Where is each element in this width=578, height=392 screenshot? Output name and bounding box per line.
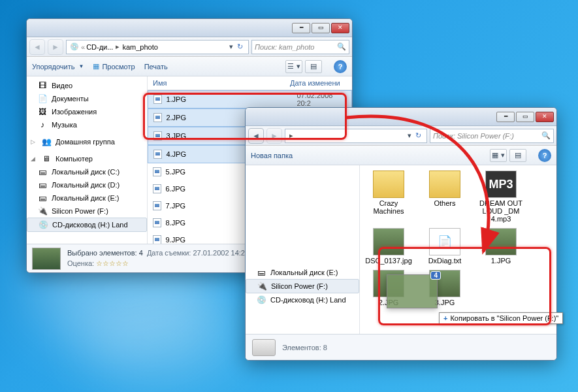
- file-date: 07.02.2008 20:2: [297, 91, 346, 107]
- minimize-button[interactable]: ━: [292, 23, 310, 33]
- drive-icon: 🖴: [256, 267, 266, 278]
- toolbar: Упорядочить▼ ▦Просмотр Печать ☰ ▾ ▤ ?: [27, 57, 352, 76]
- search-input[interactable]: Поиск: Silicon Power (F:) 🔍: [430, 129, 554, 143]
- file-icon: [153, 218, 161, 227]
- breadcrumb[interactable]: ▸ ▾ ↻: [285, 129, 427, 143]
- column-headers[interactable]: Имя Дата изменени: [148, 76, 352, 90]
- column-date[interactable]: Дата изменени: [290, 79, 340, 87]
- new-folder-button[interactable]: Новая папка: [251, 152, 293, 159]
- nav-computer[interactable]: ◢🖥Компьютер: [27, 152, 147, 165]
- titlebar[interactable]: ━ ▭ ✕: [27, 19, 352, 37]
- plus-icon: +: [443, 314, 447, 322]
- drive-icon: 🖴: [37, 180, 48, 190]
- document-icon: 📄: [37, 93, 48, 104]
- status-selected-count: Выбрано элементов: 4: [67, 249, 143, 257]
- grid-item[interactable]: Others: [421, 171, 468, 223]
- navigation-pane: 🖴Локальный диск (E:) 🔌Silicon Power (F:)…: [246, 165, 360, 334]
- grid-item[interactable]: MP3DREAM OUT LOUD _DM 4.mp3: [477, 171, 524, 223]
- file-name: 1.JPG: [166, 95, 293, 103]
- forward-button[interactable]: ►: [48, 39, 63, 55]
- folder-icon: [373, 171, 404, 198]
- organize-button[interactable]: Упорядочить▼: [32, 63, 84, 71]
- view-mode-button[interactable]: ☰ ▾: [285, 60, 302, 73]
- minimize-button[interactable]: ━: [496, 112, 515, 122]
- mp3-icon: MP3: [485, 171, 517, 198]
- close-button[interactable]: ✕: [331, 23, 349, 33]
- disc-icon: 💿: [69, 42, 80, 52]
- grid-item-label: DxDiag.txt: [421, 257, 468, 265]
- file-icon: [153, 113, 162, 122]
- forward-button[interactable]: ►: [266, 128, 282, 144]
- preview-pane-button[interactable]: ▤: [305, 60, 322, 73]
- back-button[interactable]: ◄: [248, 128, 264, 144]
- nav-drive-f[interactable]: 🔌Silicon Power (F:): [246, 279, 359, 293]
- close-button[interactable]: ✕: [536, 112, 554, 122]
- crumb-segment[interactable]: CD-ди...: [86, 43, 113, 51]
- view-mode-button[interactable]: ▦ ▾: [490, 149, 507, 162]
- file-icon: [153, 167, 161, 176]
- usb-icon: 🔌: [257, 281, 267, 291]
- print-button[interactable]: Печать: [144, 63, 168, 71]
- file-icon: [153, 201, 161, 210]
- nav-videos[interactable]: 🎞Видео: [27, 79, 147, 92]
- preview-button[interactable]: ▦Просмотр: [93, 62, 135, 71]
- nav-drive-e[interactable]: 🖴Локальный диск (E:): [246, 266, 359, 279]
- toolbar: Новая папка ▦ ▾ ▤ ?: [246, 146, 556, 165]
- photo-icon: [373, 228, 404, 255]
- maximize-button[interactable]: ▭: [516, 112, 534, 122]
- search-input[interactable]: Поиск: kam_photo 🔍: [251, 40, 349, 54]
- address-bar-row: ◄ ► ▸ ▾ ↻ Поиск: Silicon Power (F:) 🔍: [246, 126, 556, 146]
- grid-item-label: Crazy Machines: [365, 199, 412, 215]
- grid-item-label: Others: [421, 199, 468, 207]
- video-icon: 🎞: [37, 80, 48, 91]
- status-item-count: Элементов: 8: [282, 344, 327, 351]
- file-icon: [153, 95, 162, 104]
- homegroup-icon: 👥: [41, 137, 52, 147]
- nav-drive-e[interactable]: 🖴Локальный диск (E:): [27, 191, 147, 204]
- rating-stars[interactable]: ☆☆☆☆☆: [96, 259, 129, 267]
- grid-item[interactable]: 1.JPG: [477, 228, 524, 265]
- nav-homegroup[interactable]: ▷👥Домашняя группа: [27, 135, 147, 148]
- nav-drive-f[interactable]: 🔌Silicon Power (F:): [27, 204, 147, 218]
- file-icon: [153, 131, 162, 140]
- breadcrumb[interactable]: 💿 « CD-ди... ▸ kam_photo ▾ ↻: [66, 40, 249, 54]
- txt-icon: 📄: [429, 228, 460, 255]
- preview-thumbnail: [32, 248, 61, 270]
- help-button[interactable]: ?: [334, 60, 347, 73]
- help-button[interactable]: ?: [538, 149, 551, 162]
- preview-pane-button[interactable]: ▤: [509, 149, 526, 162]
- grid-item-label: DSC_0137.jpg: [365, 257, 412, 265]
- column-name[interactable]: Имя: [153, 79, 290, 87]
- back-button[interactable]: ◄: [29, 39, 45, 55]
- cd-icon: 💿: [256, 295, 266, 305]
- grid-item[interactable]: DSC_0137.jpg: [365, 228, 412, 265]
- navigation-pane: 🎞Видео 📄Документы 🖼Изображения ♪Музыка ▷…: [27, 76, 148, 244]
- address-bar-row: ◄ ► 💿 « CD-ди... ▸ kam_photo ▾ ↻ Поиск: …: [27, 37, 352, 57]
- crumb-segment[interactable]: kam_photo: [122, 43, 157, 51]
- cd-icon: 💿: [38, 220, 48, 230]
- nav-images[interactable]: 🖼Изображения: [27, 105, 147, 118]
- computer-icon: 🖥: [41, 154, 52, 164]
- drop-tooltip: +Копировать в "Silicon Power (F:)": [439, 312, 563, 324]
- usb-icon: 🔌: [37, 206, 48, 216]
- folder-icon: [429, 171, 460, 198]
- nav-drive-c[interactable]: 🖴Локальный диск (C:): [27, 165, 147, 178]
- grid-item-label: 1.JPG: [477, 257, 524, 265]
- nav-drive-d[interactable]: 🖴Локальный диск (D:): [27, 178, 147, 191]
- file-row[interactable]: 1.JPG07.02.2008 20:2: [148, 90, 352, 108]
- music-icon: ♪: [37, 120, 48, 130]
- grid-item-label: DREAM OUT LOUD _DM 4.mp3: [477, 199, 524, 223]
- drive-icon: 🖴: [37, 167, 48, 177]
- nav-drive-h[interactable]: 💿CD-дисковод (H:) Land: [246, 293, 359, 306]
- nav-drive-h[interactable]: 💿CD-дисковод (H:) Land: [27, 218, 147, 232]
- nav-music[interactable]: ♪Музыка: [27, 118, 147, 131]
- file-grid[interactable]: Crazy MachinesOthersMP3DREAM OUT LOUD _D…: [360, 165, 556, 334]
- grid-item[interactable]: Crazy Machines: [365, 171, 412, 223]
- drag-count-badge: 4: [430, 271, 441, 280]
- titlebar[interactable]: ━ ▭ ✕: [246, 108, 556, 126]
- search-icon: 🔍: [541, 131, 551, 140]
- maximize-button[interactable]: ▭: [312, 23, 330, 33]
- drag-ghost: 4: [387, 274, 438, 308]
- nav-documents[interactable]: 📄Документы: [27, 92, 147, 105]
- grid-item[interactable]: 📄DxDiag.txt: [421, 228, 468, 265]
